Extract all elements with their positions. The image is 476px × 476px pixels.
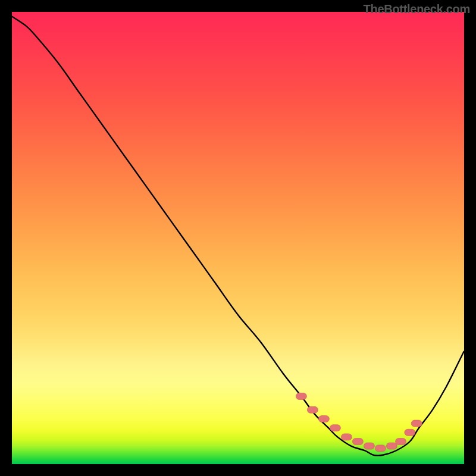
marker-dot	[405, 429, 415, 436]
marker-dot	[364, 443, 374, 449]
gradient-background	[12, 12, 464, 464]
marker-dot	[375, 445, 386, 452]
marker-dot	[330, 425, 340, 431]
marker-dot	[318, 416, 329, 422]
marker-dot	[411, 420, 422, 427]
chart-canvas: TheBottleneck.com	[0, 0, 476, 476]
chart-svg	[0, 0, 476, 476]
marker-dot	[307, 406, 318, 413]
marker-dot	[296, 393, 306, 400]
attribution-text: TheBottleneck.com	[364, 2, 470, 16]
marker-dot	[352, 439, 363, 445]
marker-dot	[341, 434, 352, 440]
marker-dot	[396, 439, 406, 445]
marker-dot	[386, 443, 397, 449]
